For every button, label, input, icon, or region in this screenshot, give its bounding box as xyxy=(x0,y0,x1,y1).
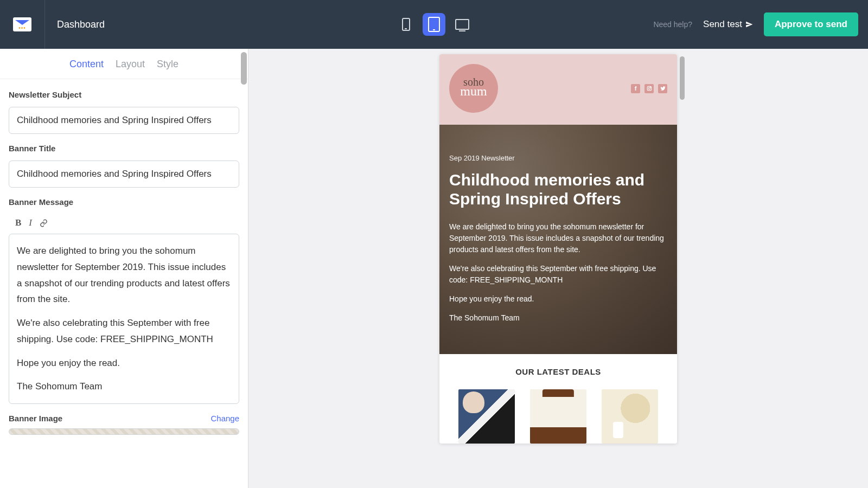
paper-plane-icon xyxy=(745,21,753,28)
deal-item[interactable] xyxy=(530,389,586,444)
deals-row xyxy=(449,389,667,444)
device-tablet-button[interactable] xyxy=(423,13,445,36)
main: Content Layout Style Newsletter Subject … xyxy=(0,49,868,488)
device-switcher xyxy=(394,13,474,36)
message-paragraph: We are delighted to bring you the sohomu… xyxy=(17,243,231,307)
subject-input[interactable] xyxy=(9,107,239,134)
message-paragraph: Hope you enjoy the read. xyxy=(17,355,231,371)
twitter-icon[interactable] xyxy=(658,84,667,93)
editor-tabs: Content Layout Style xyxy=(0,49,248,79)
device-desktop-button[interactable] xyxy=(451,13,474,36)
facebook-icon[interactable]: f xyxy=(631,84,640,93)
topbar: Dashboard Need help? Send test Approve t… xyxy=(0,0,868,49)
banner-message-editor[interactable]: We are delighted to bring you the sohomu… xyxy=(9,234,239,404)
hero-paragraph: We're also celebrating this September wi… xyxy=(449,263,667,286)
brand-logo: soho mum xyxy=(449,64,498,113)
italic-button[interactable]: I xyxy=(29,217,32,228)
brand-serif-text: mum xyxy=(460,84,487,99)
deals-section: OUR LATEST DEALS xyxy=(439,354,677,444)
message-paragraph: We're also celebrating this September wi… xyxy=(17,315,231,348)
tab-content[interactable]: Content xyxy=(69,59,104,70)
tablet-icon xyxy=(428,17,440,32)
topbar-actions: Need help? Send test Approve to send xyxy=(653,12,868,36)
device-phone-button[interactable] xyxy=(394,13,417,36)
envelope-icon xyxy=(13,17,31,31)
editor-sidebar: Content Layout Style Newsletter Subject … xyxy=(0,49,248,488)
instagram-icon[interactable] xyxy=(644,84,654,93)
svg-point-2 xyxy=(650,87,650,87)
hero-banner: Sep 2019 Newsletter Childhood memories a… xyxy=(439,125,677,354)
deal-item[interactable] xyxy=(458,389,515,444)
social-links: f xyxy=(631,84,667,93)
desktop-icon xyxy=(455,19,469,30)
deal-item[interactable] xyxy=(602,389,658,444)
hero-paragraph: We are delighted to bring you the sohomu… xyxy=(449,221,667,255)
send-test-label: Send test xyxy=(703,19,742,30)
hero-paragraph: The Sohomum Team xyxy=(449,312,667,324)
hero-paragraph: Hope you enjoy the read. xyxy=(449,293,667,305)
label-banner-title: Banner Title xyxy=(9,144,239,153)
sidebar-scrollbar[interactable] xyxy=(241,52,247,85)
tab-style[interactable]: Style xyxy=(157,59,178,70)
phone-icon xyxy=(402,18,410,31)
label-banner-image: Banner Image xyxy=(9,414,62,423)
link-button[interactable] xyxy=(40,219,48,227)
hero-date: Sep 2019 Newsletter xyxy=(449,154,667,162)
app-logo[interactable] xyxy=(0,0,45,49)
preview-area: soho mum f Sep 2019 Newsletter xyxy=(248,49,868,488)
banner-image-thumbnail[interactable] xyxy=(9,428,239,435)
label-banner-message: Banner Message xyxy=(9,197,239,207)
change-image-link[interactable]: Change xyxy=(210,414,239,423)
preview-scrollbar[interactable] xyxy=(680,56,685,100)
need-help-link[interactable]: Need help? xyxy=(653,20,692,29)
label-subject: Newsletter Subject xyxy=(9,90,239,99)
tab-layout[interactable]: Layout xyxy=(116,59,145,70)
preview-frame: soho mum f Sep 2019 Newsletter xyxy=(439,54,677,444)
dashboard-link[interactable]: Dashboard xyxy=(57,19,105,30)
banner-title-input[interactable] xyxy=(9,160,239,188)
rte-toolbar: B I xyxy=(9,214,239,234)
send-test-button[interactable]: Send test xyxy=(703,19,753,30)
message-paragraph: The Sohomum Team xyxy=(17,378,231,395)
bold-button[interactable]: B xyxy=(15,217,21,228)
approve-to-send-button[interactable]: Approve to send xyxy=(764,12,858,36)
hero-title: Childhood memories and Spring Inspired O… xyxy=(449,171,667,208)
content-panel: Newsletter Subject Banner Title Banner M… xyxy=(0,79,248,457)
deals-title: OUR LATEST DEALS xyxy=(449,367,667,376)
svg-point-1 xyxy=(648,87,650,89)
email-header: soho mum f xyxy=(439,54,677,125)
